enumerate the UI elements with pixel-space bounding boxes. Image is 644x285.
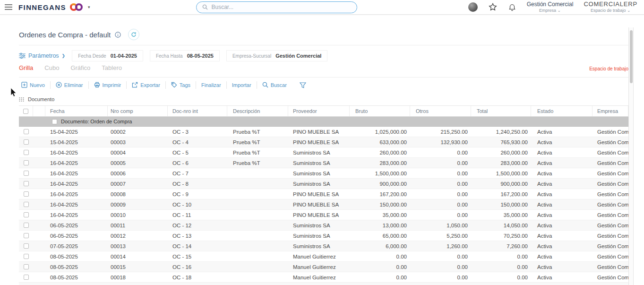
tab-grafico[interactable]: Gráfico: [70, 64, 90, 72]
nuevo-button[interactable]: Nuevo: [19, 81, 51, 89]
cell-nro-comp: 00008: [108, 189, 168, 199]
row-checkbox[interactable]: [24, 254, 29, 259]
importar-button[interactable]: Importar: [227, 81, 257, 89]
row-checkbox[interactable]: [24, 191, 29, 197]
cell-nro-comp: 00014: [108, 251, 168, 261]
cell-doc-nro-int: OC - 18: [168, 272, 227, 282]
select-all-checkbox[interactable]: [23, 109, 28, 114]
table-row[interactable]: 06-05-2025 00011 OC - 12 Suministros SA …: [19, 220, 628, 231]
drag-grid-icon[interactable]: [19, 97, 24, 102]
cell-estado: Activa: [531, 199, 592, 209]
table-row[interactable]: 15-04-2025 00002 OC - 3 Prueba %T PINO M…: [19, 127, 628, 137]
row-checkbox[interactable]: [24, 212, 29, 217]
table-row[interactable]: 16-04-2025 00006 OC - 7 Suministros SA 1…: [19, 168, 628, 179]
filter-funnel-icon[interactable]: [300, 82, 306, 88]
menu-hamburger-icon[interactable]: [4, 2, 13, 12]
cell-descripcion: [227, 179, 288, 189]
row-spacer: [33, 189, 45, 199]
global-search[interactable]: [196, 1, 357, 13]
table-row[interactable]: 16-04-2025 00008 OC - 9 PINO MUEBLE SA 1…: [19, 189, 628, 199]
workspace-selector[interactable]: COMERCIALERP Espacio de trabajo ⌄: [584, 1, 637, 13]
table-row[interactable]: 16-04-2025 00010 OC - 11 PINO MUEBLE SA …: [19, 210, 628, 220]
table-row[interactable]: 16-04-2025 00004 OC - 5 Prueba %T Sumini…: [19, 147, 628, 158]
search-input[interactable]: [211, 4, 351, 10]
brand-logo[interactable]: FINNEGANS ▾: [18, 3, 90, 11]
row-checkbox[interactable]: [24, 150, 29, 155]
company-selector[interactable]: Gestión Comercial Empresa ⌄: [527, 1, 574, 13]
row-checkbox[interactable]: [24, 223, 29, 228]
cell-nro-comp: 00003: [108, 137, 168, 147]
row-checkbox[interactable]: [24, 160, 29, 165]
view-tabs: Grilla Cubo Gráfico Tablero Espacio de t…: [19, 64, 628, 72]
table-row[interactable]: 08-05-2025 00019 OC - 19 Manuel Guitierr…: [19, 283, 628, 285]
bell-notifications-icon[interactable]: [508, 3, 516, 11]
column-header-estado[interactable]: Estado: [531, 106, 592, 116]
row-checkbox[interactable]: [24, 243, 29, 249]
cell-doc-nro-int: OC - 10: [168, 199, 227, 209]
workspace-name: COMERCIALERP: [584, 1, 637, 8]
cell-bruto: 260,000.00: [350, 147, 410, 157]
row-checkbox[interactable]: [24, 264, 29, 269]
cell-fecha: 16-04-2025: [45, 179, 108, 189]
param-fecha-desde[interactable]: Fecha Desde 01-04-2025: [72, 50, 143, 61]
tab-grilla[interactable]: Grilla: [19, 64, 33, 72]
row-checkbox[interactable]: [24, 139, 29, 145]
column-header-total[interactable]: Total: [471, 106, 531, 116]
group-checkbox[interactable]: [52, 119, 57, 124]
table-row[interactable]: 08-05-2025 00015 OC - 16 Manuel Guitierr…: [19, 262, 628, 272]
workspace-red-link[interactable]: Espacio de trabajo: [589, 66, 628, 71]
header-spacer: [33, 106, 45, 116]
row-spacer: [33, 231, 45, 241]
row-checkbox[interactable]: [24, 181, 29, 186]
star-favorites-icon[interactable]: [488, 2, 498, 12]
exportar-button[interactable]: Exportar: [127, 81, 166, 89]
table-row[interactable]: 16-04-2025 00007 OC - 8 Suministros SA 9…: [19, 179, 628, 189]
table-row[interactable]: 16-04-2025 00009 OC - 10 PINO MUEBLE SA …: [19, 199, 628, 210]
row-checkbox[interactable]: [24, 275, 29, 280]
cell-proveedor: Suministros SA: [288, 147, 350, 157]
tags-button[interactable]: Tags: [166, 81, 196, 89]
tab-tablero[interactable]: Tablero: [102, 64, 122, 72]
grid-group-row[interactable]: Documento: Orden de Compra: [19, 117, 628, 127]
table-row[interactable]: 06-05-2025 00012 OC - 13 Suministros SA …: [19, 231, 628, 241]
tab-cubo[interactable]: Cubo: [44, 64, 59, 72]
info-icon[interactable]: [115, 32, 121, 38]
finalizar-button[interactable]: Finalizar: [196, 81, 227, 89]
row-checkbox[interactable]: [24, 129, 29, 134]
param-empresa-sucursal[interactable]: Empresa-Sucursal Gestión Comercial: [226, 50, 327, 61]
cell-estado: Activa: [531, 158, 592, 168]
table-row[interactable]: 15-04-2025 00003 OC - 4 Prueba %T PINO M…: [19, 137, 628, 147]
column-header-bruto[interactable]: Bruto: [350, 106, 410, 116]
buscar-button[interactable]: Buscar: [257, 81, 292, 89]
column-header-empresa[interactable]: Empresa: [592, 106, 628, 116]
cell-doc-nro-int: OC - 6: [168, 158, 227, 168]
cell-proveedor: Suministros SA: [288, 168, 350, 178]
column-header-fecha[interactable]: Fecha: [45, 106, 108, 116]
column-header-nro-comp[interactable]: Nro comp: [108, 106, 168, 116]
cell-estado: Activa: [531, 189, 592, 199]
cell-total: 0.00: [471, 251, 531, 261]
row-checkbox[interactable]: [24, 171, 29, 176]
column-header-otros[interactable]: Otros: [410, 106, 471, 116]
cell-empresa: Gestión Comercial: [592, 179, 628, 189]
cell-otros: 0.00: [410, 189, 471, 199]
language-globe-icon[interactable]: [468, 2, 478, 12]
eliminar-button[interactable]: Eliminar: [51, 81, 89, 89]
param-fecha-hasta[interactable]: Fecha Hasta 08-05-2025: [150, 50, 220, 61]
table-row[interactable]: 16-04-2025 00005 OC - 6 Prueba %T Sumini…: [19, 158, 628, 168]
row-checkbox[interactable]: [24, 202, 29, 207]
vertical-scrollbar[interactable]: [628, 27, 634, 285]
refresh-button[interactable]: [128, 29, 139, 40]
column-header-proveedor[interactable]: Proveedor: [288, 106, 350, 116]
table-row[interactable]: 07-05-2025 00013 OC - 14 Suministros SA …: [19, 241, 628, 251]
row-checkbox[interactable]: [24, 233, 29, 238]
parameters-link[interactable]: Parámetros ❯: [19, 52, 65, 59]
table-row[interactable]: 08-05-2025 00018 OC - 18 Manuel Guitierr…: [19, 272, 628, 283]
table-row[interactable]: 08-05-2025 00014 OC - 15 Manuel Guitierr…: [19, 251, 628, 262]
column-header-descripcion[interactable]: Descripción: [227, 106, 288, 116]
scrollbar-thumb[interactable]: [630, 30, 633, 83]
cell-descripcion: [227, 199, 288, 209]
imprimir-button[interactable]: Imprimir: [89, 81, 127, 89]
cell-doc-nro-int: OC - 4: [168, 137, 227, 147]
column-header-doc-nro-int[interactable]: Doc-nro int: [168, 106, 227, 116]
